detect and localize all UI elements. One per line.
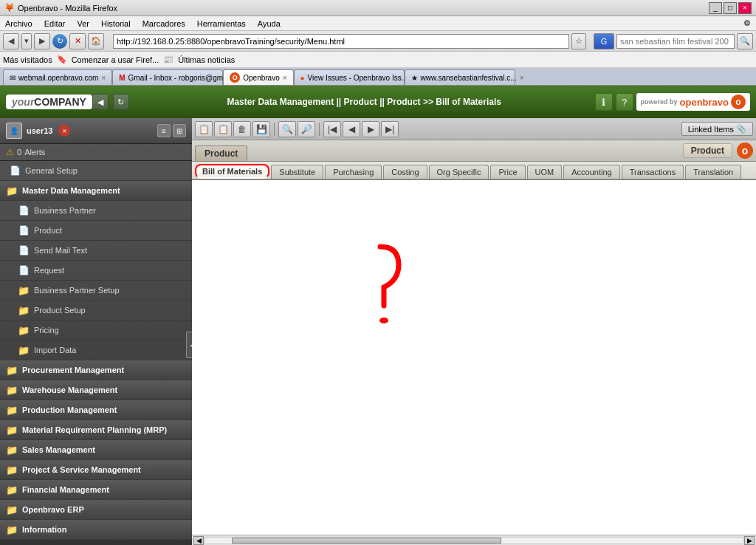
tab-uom[interactable]: UOM [527, 165, 563, 179]
tab-substitute[interactable]: Substitute [271, 165, 323, 179]
powered-by-text: powered by [641, 98, 678, 106]
back-button[interactable]: ◀ [3, 33, 19, 49]
sidebar-item-production[interactable]: 📁 Production Management [0, 400, 192, 420]
sidebar-item-information[interactable]: 📁 Information [0, 520, 192, 540]
sidebar-label-import-data: Import Data [34, 346, 76, 354]
menu-historial[interactable]: Historial [99, 18, 133, 29]
menu-editar[interactable]: Editar [42, 18, 68, 29]
tab-purchasing[interactable]: Purchasing [325, 165, 382, 179]
home-button[interactable]: 🏠 [88, 33, 104, 49]
sidebar-item-mrp[interactable]: 📁 Material Requirement Planning (MRP) [0, 420, 192, 440]
horizontal-scrollbar[interactable]: ◀ ▶ [192, 535, 756, 545]
scroll-left-button[interactable]: ◀ [193, 536, 204, 545]
search-input[interactable] [616, 34, 735, 49]
bookmark-comenzar[interactable]: Comenzar a usar Firef... [72, 55, 159, 64]
folder-icon-mrp: 📁 [6, 424, 18, 436]
toolbar-prev-button[interactable]: ◀ [343, 121, 360, 137]
app-refresh-button[interactable]: ↻ [113, 94, 129, 110]
close-button[interactable]: × [738, 2, 752, 14]
forward-button[interactable]: ▶ [34, 33, 50, 49]
tab-costing[interactable]: Costing [383, 165, 427, 179]
bookmark-mas-visitados[interactable]: Más visitados [3, 55, 52, 64]
sidebar-item-sales[interactable]: 📁 Sales Management [0, 440, 192, 460]
sidebar-collapse-button[interactable]: ◀ [186, 332, 192, 358]
tab-openbravo[interactable]: O Openbravo × [223, 69, 293, 85]
sidebar-item-warehouse[interactable]: 📁 Warehouse Management [0, 380, 192, 400]
tab-translation[interactable]: Translation [685, 165, 741, 179]
tab-view-issues[interactable]: ● View Issues - Openbravo Iss... × [294, 69, 405, 85]
toolbar-next-button[interactable]: ▶ [362, 121, 379, 137]
sidebar-grid-icon[interactable]: ⊞ [173, 124, 186, 137]
sidebar-item-product-setup[interactable]: 📁 Product Setup [0, 301, 192, 321]
sidebar-item-bp-setup[interactable]: 📁 Business Partner Setup [0, 281, 192, 301]
scroll-track[interactable] [204, 537, 744, 544]
menu-ver[interactable]: Ver [75, 18, 92, 29]
sidebar-item-pricing[interactable]: 📁 Pricing [0, 321, 192, 340]
toolbar-delete-button[interactable]: 🗑 [233, 121, 251, 137]
back-dropdown[interactable]: ▾ [21, 33, 32, 49]
sidebar-item-general-setup[interactable]: 📄 General Setup [0, 161, 192, 181]
sidebar-item-import-data[interactable]: 📁 Import Data [0, 340, 192, 360]
sidebar-item-financial[interactable]: 📁 Financial Management [0, 480, 192, 500]
menu-archivo[interactable]: Archivo [3, 18, 35, 29]
sidebar-label-pricing: Pricing [34, 326, 59, 335]
sidebar-item-procurement[interactable]: 📁 Procurement Management [0, 360, 192, 380]
search-button[interactable]: 🔍 [737, 33, 753, 49]
toolbar-copy-button[interactable]: 📋 [214, 121, 232, 137]
openbravo-brand: openbravo [680, 97, 729, 108]
menu-herramientas[interactable]: Herramientas [195, 18, 248, 29]
logo-company: COMPANY [34, 96, 86, 108]
toolbar-first-button[interactable]: |◀ [323, 121, 341, 137]
sidebar-item-erp[interactable]: 📁 Openbravo ERP [0, 500, 192, 520]
toolbar-search-button[interactable]: 🔍 [278, 121, 296, 137]
address-bar[interactable] [113, 34, 569, 49]
bookmark-star[interactable]: ☆ [571, 33, 586, 49]
tab-favicon-openbravo: O [230, 72, 240, 83]
tab-close-webmail[interactable]: × [101, 74, 106, 82]
google-search-icon: G [594, 33, 614, 49]
sidebar-item-request[interactable]: 📄 Request [0, 261, 192, 281]
tab-accounting[interactable]: Accounting [563, 165, 619, 179]
sidebar-item-send-mail[interactable]: 📄 Send Mail Text [0, 241, 192, 261]
tab-transactions[interactable]: Transactions [622, 165, 684, 179]
scroll-right-button[interactable]: ▶ [744, 536, 755, 545]
tab-sansebastian[interactable]: ★ www.sansebastianfestival.c... × [405, 69, 515, 85]
sidebar-item-project[interactable]: 📁 Project & Service Management [0, 460, 192, 480]
sidebar-item-master-data[interactable]: 📁 Master Data Management [0, 181, 192, 201]
user-close-button[interactable]: × [58, 125, 70, 137]
tab-bill-of-materials[interactable]: Bill of Materials [195, 164, 269, 179]
reload-button[interactable]: ↻ [52, 34, 67, 49]
tab-close-openbravo[interactable]: × [283, 74, 287, 82]
tab-close-sanseb[interactable]: × [520, 74, 524, 82]
product-group-tab[interactable]: Product [195, 145, 247, 161]
toolbar-new-button[interactable]: 📋 [195, 121, 213, 137]
app-back-button[interactable]: ◀ [92, 94, 109, 110]
help-icon[interactable]: ? [616, 93, 633, 111]
sidebar-label-procurement: Procurement Management [22, 366, 124, 374]
tab-price[interactable]: Price [490, 165, 525, 179]
menu-marcadores[interactable]: Marcadores [140, 18, 188, 29]
scroll-thumb[interactable] [232, 538, 501, 544]
toolbar-save-button[interactable]: 💾 [252, 121, 270, 137]
maximize-button[interactable]: □ [724, 2, 737, 14]
app-toolbar: 📋 📋 🗑 💾 🔍 🔎 |◀ ◀ ▶ ▶| Linked Items 📎 [192, 118, 756, 140]
toolbar-zoom-button[interactable]: 🔎 [298, 121, 315, 137]
product-tab-label[interactable]: Product [683, 143, 732, 158]
menu-ayuda[interactable]: Ayuda [255, 18, 283, 29]
tab-org-specific[interactable]: Org Specific [429, 165, 489, 179]
sidebar-alert[interactable]: ⚠ 0 Alerts [0, 144, 192, 161]
sidebar-menu-icon[interactable]: ≡ [157, 124, 171, 137]
tab-gmail[interactable]: M Gmail - Inbox - robgoris@gm... × [112, 69, 223, 85]
minimize-button[interactable]: _ [709, 2, 722, 14]
alert-icon: ⚠ [6, 147, 14, 157]
toolbar-last-button[interactable]: ▶| [381, 121, 399, 137]
tab-webmail[interactable]: ✉ webmail.openbravo.com × [3, 69, 112, 85]
stop-button[interactable]: ✕ [69, 33, 86, 49]
bookmark-noticias[interactable]: Últimas noticias [178, 55, 235, 64]
sidebar-item-business-partner[interactable]: 📄 Business Partner [0, 201, 192, 221]
info-icon[interactable]: ℹ [595, 93, 613, 111]
sidebar-item-product[interactable]: 📄 Product [0, 221, 192, 241]
linked-items-button[interactable]: Linked Items 📎 [681, 122, 753, 136]
folder-icon-import: 📁 [18, 344, 30, 356]
tab-favicon-gmail: M [119, 74, 125, 82]
